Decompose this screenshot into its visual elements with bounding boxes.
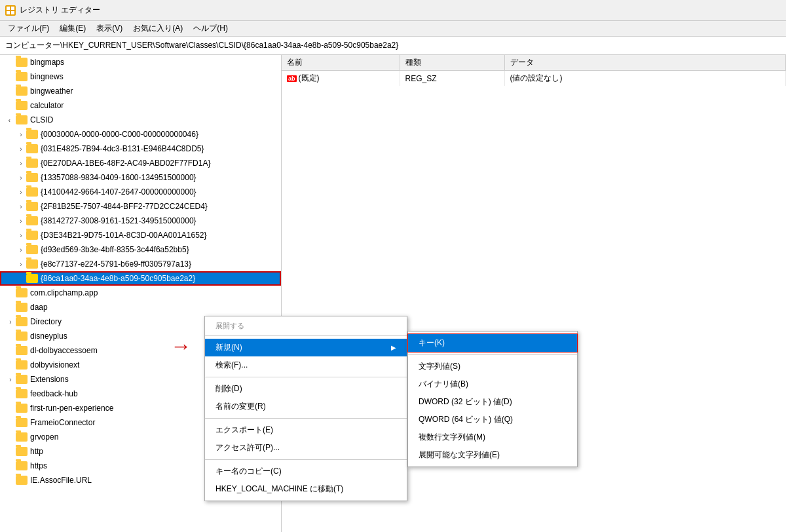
folder-icon [26, 231, 38, 240]
separator-4 [205, 459, 407, 460]
submenu-expandable[interactable]: 展開可能な文字列値(E) [408, 446, 577, 464]
svg-rect-0 [7, 7, 10, 10]
context-rename[interactable]: 名前の変更(R) [205, 398, 407, 415]
context-goto[interactable]: HKEY_LOCAL_MACHINE に移動(T) [205, 480, 407, 498]
tree-item-label: {86ca1aa0-34aa-4e8b-a509-50c905bae2a2} [41, 274, 281, 283]
context-new[interactable]: 新規(N) ▶ [205, 339, 407, 356]
tree-item-label: {13357088-9834-0409-1600-134951500000} [41, 173, 281, 182]
menu-E[interactable]: 編集(E) [54, 22, 91, 35]
menu-F[interactable]: ファイル(F) [3, 22, 54, 35]
folder-icon [16, 418, 28, 427]
tree-item-label: bingnews [30, 72, 281, 81]
folder-icon [16, 58, 28, 67]
folder-icon [16, 389, 28, 398]
expand-icon[interactable]: › [5, 318, 16, 326]
cell-data: (値の設定なし) [504, 71, 786, 86]
table-row[interactable]: ab(既定)REG_SZ(値の設定なし) [282, 71, 786, 86]
expand-icon[interactable]: › [16, 218, 26, 225]
svg-rect-3 [11, 11, 14, 14]
expand-icon[interactable]: › [16, 145, 26, 153]
tree-item-label: daap [30, 303, 281, 312]
submenu-string[interactable]: 文字列値(S) [408, 358, 577, 375]
svg-rect-2 [7, 11, 10, 14]
folder-icon [16, 303, 28, 312]
folder-icon [16, 375, 28, 384]
folder-icon [16, 332, 28, 341]
expand-icon[interactable]: ⌄ [7, 115, 14, 125]
tree-item-label: CLSID [30, 115, 281, 124]
menu-bar: ファイル(F)編集(E)表示(V)お気に入り(A)ヘルプ(H) [0, 21, 786, 37]
expand-icon[interactable]: › [16, 261, 26, 268]
tree-item-clsid-d93e[interactable]: ›{d93ed569-3b3e-4bff-8355-3c44f6a52bb5} [0, 242, 281, 257]
context-expand[interactable]: 展開する [205, 319, 407, 333]
menu-A[interactable]: お気に入り(A) [128, 22, 188, 35]
context-export[interactable]: エクスポート(E) [205, 421, 407, 439]
folder-icon [16, 115, 28, 124]
tree-item-clsid-031e[interactable]: ›{031E4825-7B94-4dc3-B131-E946B44C8DD5} [0, 142, 281, 156]
tree-item-clsid[interactable]: ⌄CLSID [0, 113, 281, 127]
folder-icon [16, 101, 28, 110]
expand-icon[interactable]: › [16, 232, 26, 239]
folder-icon [26, 130, 38, 139]
expand-icon[interactable]: › [16, 203, 26, 210]
tree-item-label: {0E270DAA-1BE6-48F2-AC49-ABD02F77FD1A} [41, 159, 281, 168]
expand-icon[interactable]: › [16, 189, 26, 196]
submenu-multistring[interactable]: 複数行文字列値(M) [408, 428, 577, 446]
expand-icon[interactable]: › [16, 160, 26, 167]
submenu-key[interactable]: キー(K) [408, 334, 577, 352]
tree-item-clsid-d3e3[interactable]: ›{D3E34B21-9D75-101A-8C3D-00AA001A1652} [0, 228, 281, 242]
folder-icon [16, 72, 28, 81]
context-delete[interactable]: 削除(D) [205, 380, 407, 398]
tree-item-clsid-e8c7[interactable]: ›{e8c77137-e224-5791-b6e9-ff0305797a13} [0, 257, 281, 271]
folder-icon [26, 144, 38, 153]
folder-icon [26, 187, 38, 197]
context-copykey[interactable]: キー名のコピー(C) [205, 463, 407, 480]
expand-icon[interactable]: › [16, 131, 26, 138]
tree-item-com-clipchamp[interactable]: com.clipchamp.app [0, 286, 281, 300]
col-type: 種類 [400, 55, 504, 71]
address-path: コンピューター\HKEY_CURRENT_USER\Software\Class… [5, 40, 398, 51]
context-permission[interactable]: アクセス許可(P)... [205, 439, 407, 457]
menu-H[interactable]: ヘルプ(H) [188, 22, 233, 35]
tree-item-clsid-86ca[interactable]: {86ca1aa0-34aa-4e8b-a509-50c905bae2a2} [0, 271, 281, 286]
submenu[interactable]: キー(K) 文字列値(S) バイナリ値(B) DWORD (32 ビット) 値(… [407, 331, 578, 467]
tree-item-label: {2F81B25E-7507-4844-BFF2-77D2CC24CED4} [41, 202, 281, 211]
tree-item-clsid-2f81[interactable]: ›{2F81B25E-7507-4844-BFF2-77D2CC24CED4} [0, 199, 281, 214]
tree-item-clsid-3814[interactable]: ›{38142727-3008-9161-1521-349515000000} [0, 214, 281, 228]
tree-item-calculator[interactable]: calculator [0, 98, 281, 113]
tree-item-bingmaps[interactable]: bingmaps [0, 55, 281, 69]
tree-item-clsid-0e27[interactable]: ›{0E270DAA-1BE6-48F2-AC49-ABD02F77FD1A} [0, 156, 281, 170]
expand-icon[interactable]: › [16, 246, 26, 254]
tree-item-label: {38142727-3008-9161-1521-349515000000} [41, 216, 281, 225]
submenu-binary[interactable]: バイナリ値(B) [408, 375, 577, 393]
separator [205, 335, 407, 336]
folder-icon [16, 86, 28, 96]
tree-item-label: calculator [30, 101, 281, 110]
tree-item-clsid-1335[interactable]: ›{13357088-9834-0409-1600-134951500000} [0, 170, 281, 185]
tree-item-label: {D3E34B21-9D75-101A-8C3D-00AA001A1652} [41, 231, 281, 240]
tree-item-label: com.clipchamp.app [30, 288, 281, 297]
context-search[interactable]: 検索(F)... [205, 356, 407, 374]
red-arrow: → [170, 334, 191, 358]
context-menu[interactable]: 展開する 新規(N) ▶ 検索(F)... 削除(D) 名前の変更(R) エクス… [204, 316, 407, 501]
tree-item-bingweather[interactable]: bingweather [0, 84, 281, 98]
tree-item-daap[interactable]: daap [0, 300, 281, 314]
submenu-qword[interactable]: QWORD (64 ビット) 値(Q) [408, 411, 577, 428]
folder-icon [16, 432, 28, 442]
tree-item-bingnews[interactable]: bingnews [0, 69, 281, 84]
tree-item-label: bingweather [30, 86, 281, 96]
folder-icon [26, 259, 38, 269]
menu-V[interactable]: 表示(V) [91, 22, 128, 35]
tree-item-clsid-1410[interactable]: ›{14100442-9664-1407-2647-000000000000} [0, 185, 281, 199]
folder-icon [26, 245, 38, 254]
tree-item-label: {14100442-9664-1407-2647-000000000000} [41, 187, 281, 197]
tree-item-clsid-0003[interactable]: ›{0003000A-0000-0000-C000-000000000046} [0, 127, 281, 142]
tree-item-label: bingmaps [30, 58, 281, 67]
col-name: 名前 [282, 55, 400, 71]
folder-icon [26, 216, 38, 225]
submenu-dword[interactable]: DWORD (32 ビット) 値(D) [408, 393, 577, 411]
expand-icon[interactable]: › [5, 376, 16, 383]
folder-icon [16, 346, 28, 355]
address-bar: コンピューター\HKEY_CURRENT_USER\Software\Class… [0, 37, 786, 55]
expand-icon[interactable]: › [16, 174, 26, 181]
